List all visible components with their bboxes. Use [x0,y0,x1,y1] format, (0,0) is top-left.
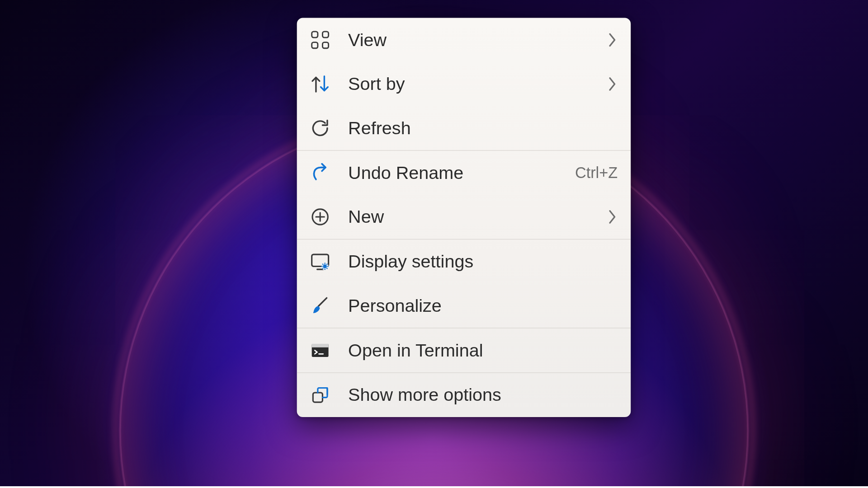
menu-item-open-terminal[interactable]: Open in Terminal [297,328,631,373]
svg-line-13 [326,268,327,269]
svg-line-14 [322,268,323,269]
menu-item-view[interactable]: View [297,18,631,62]
svg-line-12 [322,264,323,265]
submenu-chevron-icon [607,209,618,225]
submenu-chevron-icon [607,32,618,48]
menu-item-personalize[interactable]: Personalize [297,284,631,328]
menu-item-label: Show more options [348,385,618,405]
svg-line-15 [326,264,327,265]
menu-item-refresh[interactable]: Refresh [297,106,631,150]
submenu-chevron-icon [607,75,618,92]
desktop[interactable]: View Sort by [0,0,868,486]
undo-icon [310,163,330,183]
svg-rect-1 [322,32,328,38]
svg-rect-3 [322,42,328,48]
menu-item-sort-by[interactable]: Sort by [297,62,631,106]
menu-item-label: New [348,207,607,227]
view-grid-icon [310,30,330,50]
svg-rect-17 [312,344,329,347]
menu-item-label: Refresh [348,118,618,138]
menu-item-display-settings[interactable]: Display settings [297,239,631,284]
refresh-icon [310,118,330,138]
menu-item-new[interactable]: New [297,195,631,239]
more-options-icon [310,385,330,405]
menu-item-show-more-options[interactable]: Show more options [297,373,631,418]
svg-point-7 [323,264,327,268]
personalize-brush-icon [310,296,330,316]
display-settings-icon [310,251,330,272]
svg-rect-0 [312,32,318,38]
menu-item-label: View [348,30,607,50]
new-plus-icon [310,207,330,227]
menu-item-label: Display settings [348,251,618,272]
svg-rect-2 [312,42,318,48]
terminal-icon [310,340,330,361]
menu-item-label: Open in Terminal [348,340,618,361]
desktop-context-menu: View Sort by [297,18,631,418]
menu-item-label: Sort by [348,74,607,94]
menu-item-shortcut: Ctrl+Z [575,164,618,182]
sort-icon [310,74,330,94]
menu-item-label: Personalize [348,296,618,316]
menu-item-undo-rename[interactable]: Undo Rename Ctrl+Z [297,151,631,195]
menu-item-label: Undo Rename [348,163,575,183]
svg-rect-18 [313,393,322,402]
